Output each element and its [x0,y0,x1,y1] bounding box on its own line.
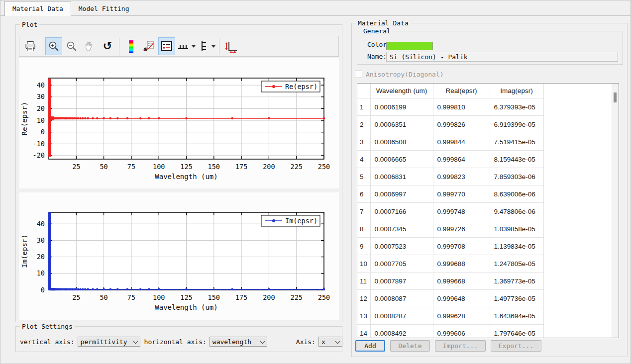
table-row[interactable]: 30.00065080.9998447.519415e-05 [357,133,543,151]
legend-off-button[interactable] [140,37,157,55]
real-epsr-cell[interactable]: 0.999648 [433,290,490,307]
table-row[interactable]: 130.00082870.9996281.643694e-05 [357,307,543,325]
axis-select[interactable]: x [318,337,342,347]
material-name-field[interactable] [386,52,618,62]
tab-material-data[interactable]: Material Data [4,1,71,16]
real-epsr-cell[interactable]: 0.999726 [433,220,490,238]
zoom-in-button[interactable] [45,37,62,55]
table-row[interactable]: 50.00068310.9998237.859303e-06 [357,168,543,185]
table-row[interactable]: 140.00084920.9996061.797646e-05 [357,325,543,339]
vertical-axis-select[interactable]: permittivity [78,337,140,347]
wavelength-cell[interactable]: 0.0007523 [370,238,433,255]
table-row[interactable]: 110.00078970.9996681.369773e-05 [357,273,543,290]
table-row[interactable]: 120.00080870.9996481.497736e-05 [357,290,543,307]
import-button[interactable]: Import... [435,340,486,352]
legend-on-button[interactable] [158,37,175,55]
real-epsr-cell[interactable]: 0.999748 [433,203,490,220]
wavelength-cell[interactable]: 0.0006351 [370,116,433,133]
export-button[interactable]: Export... [491,340,541,352]
wavelength-cell[interactable]: 0.0006665 [370,151,433,168]
svg-text:10: 10 [37,116,45,124]
re-epsr-chart[interactable]: 255075100125150175200225250-20-100102030… [19,73,330,185]
real-epsr-cell[interactable]: 0.999810 [433,98,490,116]
material-data-table[interactable]: Wavelength (um)Real(epsr)Imag(epsr)10.00… [357,83,619,338]
imag-epsr-cell[interactable]: 8.639006e-06 [490,185,543,203]
imag-epsr-cell[interactable]: 7.859303e-06 [490,168,543,185]
imag-epsr-cell[interactable]: 9.478806e-06 [490,203,543,220]
imag-epsr-cell[interactable]: 7.519415e-05 [490,133,543,151]
wavelength-cell[interactable]: 0.0007166 [370,203,433,220]
anisotropy-checkbox[interactable] [355,71,362,78]
table-row[interactable]: 10.00061990.9998106.379393e-05 [357,98,543,116]
imag-epsr-cell[interactable]: 1.139834e-05 [490,238,543,255]
chevron-down-icon[interactable] [192,45,196,48]
wavelength-cell[interactable]: 0.0008287 [370,307,433,325]
table-scrollbar-thumb[interactable] [614,92,617,102]
imag-epsr-cell[interactable]: 1.247805e-05 [490,255,543,273]
wavelength-cell[interactable]: 0.0006199 [370,98,433,116]
colorbar-button[interactable] [122,37,139,55]
row-number-cell: 14 [357,325,370,339]
wavelength-cell[interactable]: 0.0007897 [370,273,433,290]
svg-text:100: 100 [153,163,165,171]
zoom-out-button[interactable] [63,37,80,55]
imag-epsr-cell[interactable]: 1.643694e-05 [490,307,543,325]
wavelength-cell[interactable]: 0.0006997 [370,185,433,203]
material-color-swatch[interactable] [386,42,433,50]
real-epsr-cell[interactable]: 0.999668 [433,273,490,290]
wavelength-cell[interactable]: 0.0006508 [370,133,433,151]
real-epsr-cell[interactable]: 0.999826 [433,116,490,133]
real-epsr-cell[interactable]: 0.999823 [433,168,490,185]
wavelength-cell[interactable]: 0.0007345 [370,220,433,238]
reset-view-button[interactable]: ↺ [99,37,116,55]
table-scrollbar[interactable] [612,84,619,338]
tab-model-fitting[interactable]: Model Fitting [71,2,137,15]
toolbar-separator [219,38,219,55]
table-row[interactable]: 60.00069970.9997708.639006e-06 [357,185,543,203]
table-row[interactable]: 70.00071660.9997489.478806e-06 [357,203,543,220]
y-ticks-button[interactable] [197,37,216,55]
horizontal-axis-value: wavelength [212,338,251,346]
table-header-cell[interactable]: Imag(epsr) [490,84,543,98]
horizontal-axis-select[interactable]: wavelength [210,337,267,347]
chevron-down-icon[interactable] [211,45,215,48]
table-row[interactable]: 90.00075230.9997081.139834e-05 [357,238,543,255]
imag-epsr-cell[interactable]: 1.039858e-05 [490,220,543,238]
real-epsr-cell[interactable]: 0.999844 [433,133,490,151]
imag-epsr-cell[interactable]: 6.379393e-05 [490,98,543,116]
imag-epsr-cell[interactable]: 1.369773e-05 [490,273,543,290]
real-epsr-cell[interactable]: 0.999708 [433,238,490,255]
wavelength-cell[interactable]: 0.0008492 [370,325,433,339]
imag-epsr-cell[interactable]: 8.159443e-05 [490,151,543,168]
svg-text:10: 10 [37,269,45,277]
svg-text:Re(epsr): Re(epsr) [285,83,317,91]
table-row[interactable]: 80.00073450.9997261.039858e-05 [357,220,543,238]
real-epsr-cell[interactable]: 0.999864 [433,151,490,168]
imag-epsr-cell[interactable]: 6.919399e-05 [490,116,543,133]
wavelength-cell[interactable]: 0.0006831 [370,168,433,185]
svg-text:20: 20 [37,253,45,261]
real-epsr-cell[interactable]: 0.999770 [433,185,490,203]
im-epsr-chart[interactable]: 255075100125150175200225250010203040Wave… [19,207,330,316]
real-epsr-cell[interactable]: 0.999628 [433,307,490,325]
plot-settings-group: Plot Settings vertical axis: permittivit… [15,326,342,352]
axes-button[interactable] [222,37,239,55]
table-header-cell[interactable]: Wavelength (um) [370,84,433,98]
table-header-cell[interactable]: Real(epsr) [433,84,490,98]
imag-epsr-cell[interactable]: 1.797646e-05 [490,325,543,339]
real-epsr-cell[interactable]: 0.999688 [433,255,490,273]
real-epsr-cell[interactable]: 0.999606 [433,325,490,339]
delete-button[interactable]: Delete [390,340,430,352]
wavelength-cell[interactable]: 0.0007705 [370,255,433,273]
imag-epsr-cell[interactable]: 1.497736e-05 [490,290,543,307]
x-ticks-button[interactable] [176,37,196,55]
pan-button[interactable] [81,37,98,55]
print-button[interactable] [22,37,39,55]
table-row[interactable]: 20.00063510.9998266.919399e-05 [357,116,543,133]
table-row[interactable]: 100.00077050.9996881.247805e-05 [357,255,543,273]
table-row[interactable]: 40.00066650.9998648.159443e-05 [357,151,543,168]
row-number-cell: 11 [357,273,370,290]
add-button[interactable]: Add [355,340,385,352]
wavelength-cell[interactable]: 0.0008087 [370,290,433,307]
table-header-cell[interactable] [357,84,370,98]
